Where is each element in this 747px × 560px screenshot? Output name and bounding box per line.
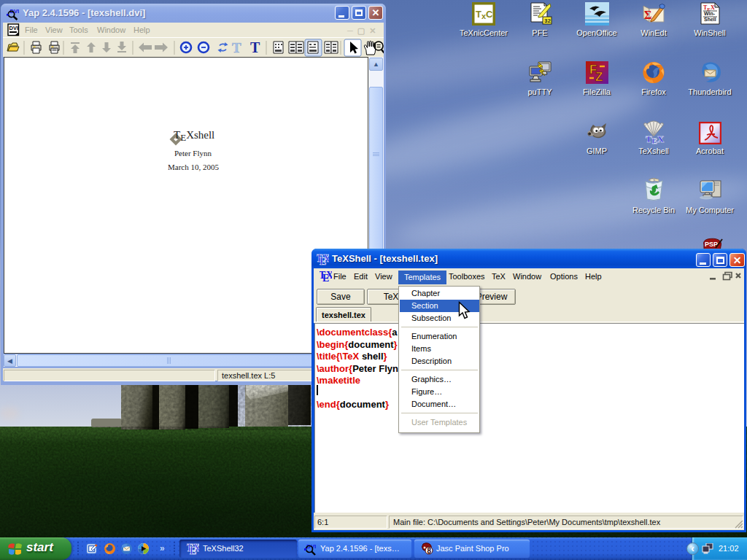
svg-text:32: 32 [544, 18, 551, 24]
svg-text:Σ: Σ [644, 9, 651, 21]
svg-text:8: 8 [427, 547, 432, 555]
svg-text:Z: Z [595, 70, 603, 84]
svg-text:Shell: Shell [704, 17, 716, 22]
svg-text:X: X [193, 542, 199, 553]
svg-text:DVI: DVI [9, 25, 19, 31]
svg-text:Win-: Win- [704, 11, 716, 16]
svg-text:T: T [232, 40, 241, 55]
svg-text:X: X [323, 253, 329, 264]
svg-text:T: T [250, 39, 260, 55]
svg-text:X: X [326, 270, 332, 281]
